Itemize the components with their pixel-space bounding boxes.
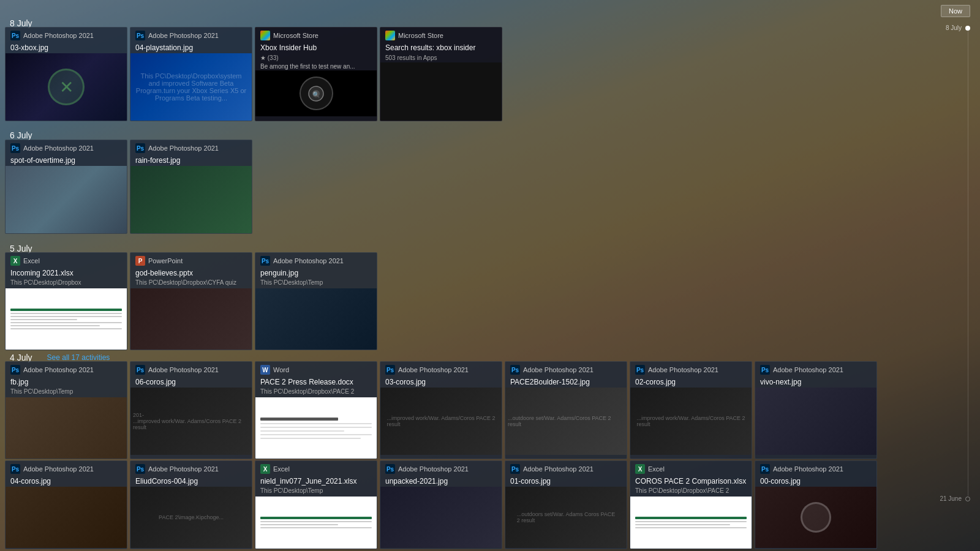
xl-icon: X <box>260 464 270 474</box>
ps-icon: Ps <box>635 365 645 375</box>
card-rain-forest[interactable]: Ps Adobe Photoshop 2021 rain-forest.jpg <box>130 140 252 234</box>
app-name: Adobe Photoshop 2021 <box>148 465 219 473</box>
now-button[interactable]: Now <box>941 5 970 17</box>
app-name: Word <box>273 366 289 373</box>
marker-label-21june: 21 June <box>940 495 962 502</box>
card-04-playstation[interactable]: Ps Adobe Photoshop 2021 04-playstation.j… <box>130 27 252 121</box>
card-title: 00-coros.jpg <box>755 476 876 487</box>
card-path: This PC\Desktop\Temp <box>255 279 377 288</box>
app-name: Adobe Photoshop 2021 <box>273 257 344 264</box>
card-path: This PC\Desktop\Dropbox\PACE 2 <box>630 487 752 497</box>
card-god-believes[interactable]: P PowerPoint god-believes.pptx This PC\D… <box>130 252 252 350</box>
card-preview <box>755 388 876 455</box>
app-name: Adobe Photoshop 2021 <box>773 465 843 473</box>
cards-row-5july: X Excel Incoming 2021.xlsx This PC\Deskt… <box>5 252 377 350</box>
card-header: Microsoft Store <box>255 28 377 42</box>
card-penguin[interactable]: Ps Adobe Photoshop 2021 penguin.jpg This… <box>255 252 377 350</box>
app-name: Excel <box>648 465 665 473</box>
app-name: Adobe Photoshop 2021 <box>23 465 94 473</box>
card-preview <box>255 288 377 350</box>
see-all-link[interactable]: See all 17 activities <box>47 353 110 362</box>
card-title: 04-coros.jpg <box>6 476 127 487</box>
card-xbox-insider-hub[interactable]: Microsoft Store Xbox Insider Hub ★ (33) … <box>255 27 377 121</box>
card-preview <box>6 288 127 350</box>
card-title: penguin.jpg <box>255 268 377 279</box>
card-title: 06-coros.jpg <box>130 377 252 388</box>
card-preview <box>380 487 502 548</box>
card-header: Ps Adobe Photoshop 2021 <box>130 461 252 476</box>
app-name: Adobe Photoshop 2021 <box>23 144 94 152</box>
app-name: Adobe Photoshop 2021 <box>148 32 219 39</box>
card-coros-pace2-comparison[interactable]: X Excel COROS PACE 2 Comparison.xlsx Thi… <box>630 460 752 549</box>
card-vivo-next[interactable]: Ps Adobe Photoshop 2021 vivo-next.jpg <box>755 361 877 459</box>
card-path: This PC\Desktop\Dropbox\CYFA quiz <box>130 279 252 288</box>
ps-icon: Ps <box>510 464 520 474</box>
scrollbar-track <box>968 31 968 496</box>
card-header: Ps Adobe Photoshop 2021 <box>755 362 876 377</box>
ps-icon: Ps <box>135 365 145 375</box>
card-preview <box>130 288 252 350</box>
card-preview: ...outdoors set/War. Adams Coros PACE2 r… <box>505 487 627 548</box>
card-header: Ps Adobe Photoshop 2021 <box>255 253 377 268</box>
card-header: W Word <box>255 362 377 377</box>
card-header: Ps Adobe Photoshop 2021 <box>6 362 127 377</box>
card-preview <box>6 487 127 548</box>
card-pace2boulder[interactable]: Ps Adobe Photoshop 2021 PACE2Boulder-150… <box>505 361 627 459</box>
card-header: Ps Adobe Photoshop 2021 <box>630 362 752 377</box>
ps-icon: Ps <box>10 143 20 153</box>
card-title: vivo-next.jpg <box>755 377 876 388</box>
card-03-coros[interactable]: Ps Adobe Photoshop 2021 03-coros.jpg ...… <box>380 361 502 459</box>
card-search-xbox[interactable]: Microsoft Store Search results: xbox ins… <box>380 27 502 121</box>
xl-icon: X <box>10 256 20 266</box>
ps-icon: Ps <box>510 365 520 375</box>
card-preview <box>630 497 752 549</box>
card-preview <box>255 397 377 459</box>
card-00-coros[interactable]: Ps Adobe Photoshop 2021 00-coros.jpg <box>755 460 877 549</box>
app-name: Adobe Photoshop 2021 <box>648 366 718 373</box>
ps-icon: Ps <box>10 365 20 375</box>
marker-dot-inactive <box>965 497 970 501</box>
card-preview <box>755 487 876 548</box>
card-title: PACE2Boulder-1502.jpg <box>505 377 627 388</box>
card-path: This PC\Desktop\Temp <box>6 388 127 397</box>
card-spot-of-overtime[interactable]: Ps Adobe Photoshop 2021 spot-of-overtime… <box>5 140 127 234</box>
card-title: god-believes.pptx <box>130 268 252 279</box>
card-fb[interactable]: Ps Adobe Photoshop 2021 fb.jpg This PC\D… <box>5 361 127 459</box>
card-preview: ...outdoore set/War. Adams/Coros PACE 2 … <box>505 388 627 455</box>
card-02-coros[interactable]: Ps Adobe Photoshop 2021 02-coros.jpg ...… <box>630 361 752 459</box>
card-preview: This PC\Desktop\Dropbox\system and impro… <box>130 53 252 121</box>
timeline-view: Now 8 July Ps Adobe Photoshop 2021 03-xb… <box>0 0 980 551</box>
card-path: This PC\Desktop\Dropbox <box>6 279 127 288</box>
card-03-xbox[interactable]: Ps Adobe Photoshop 2021 03-xbox.jpg ✕ <box>5 27 127 121</box>
app-name: Adobe Photoshop 2021 <box>23 32 94 39</box>
card-unpacked-2021[interactable]: Ps Adobe Photoshop 2021 unpacked-2021.jp… <box>380 460 502 549</box>
card-preview <box>255 497 377 549</box>
card-header: Ps Adobe Photoshop 2021 <box>380 362 502 377</box>
card-nield-inv[interactable]: X Excel nield_inv077_June_2021.xlsx This… <box>255 460 377 549</box>
card-preview: ...improved work/War. Adams/Coros PACE 2… <box>380 388 502 455</box>
card-preview: 201-...improved work/War. Adams/Coros PA… <box>130 388 252 455</box>
card-01-coros[interactable]: Ps Adobe Photoshop 2021 01-coros.jpg ...… <box>505 460 627 549</box>
card-header: X Excel <box>6 253 127 268</box>
card-title: PACE 2 Press Release.docx <box>255 377 377 388</box>
card-pace2-press[interactable]: W Word PACE 2 Press Release.docx This PC… <box>255 361 377 459</box>
card-06-coros[interactable]: Ps Adobe Photoshop 2021 06-coros.jpg 201… <box>130 361 252 459</box>
card-title: rain-forest.jpg <box>130 155 252 166</box>
card-preview: 🔍 <box>255 70 377 116</box>
cards-row-4july-2: Ps Adobe Photoshop 2021 04-coros.jpg Ps … <box>5 460 877 549</box>
ps-icon: Ps <box>385 365 395 375</box>
card-incoming-2021[interactable]: X Excel Incoming 2021.xlsx This PC\Deskt… <box>5 252 127 350</box>
card-header: Ps Adobe Photoshop 2021 <box>6 461 127 476</box>
card-preview <box>6 397 127 459</box>
card-header: P PowerPoint <box>130 253 252 268</box>
svg-text:🔍: 🔍 <box>312 91 320 99</box>
app-name: Adobe Photoshop 2021 <box>773 366 843 373</box>
card-header: Ps Adobe Photoshop 2021 <box>130 140 252 155</box>
card-preview <box>130 166 252 233</box>
timeline-marker-21june: 21 June <box>940 495 970 502</box>
ps-icon: Ps <box>10 464 20 474</box>
card-eliud-coros[interactable]: Ps Adobe Photoshop 2021 EliudCoros-004.j… <box>130 460 252 549</box>
app-name: Adobe Photoshop 2021 <box>398 465 469 473</box>
card-title: EliudCoros-004.jpg <box>130 476 252 487</box>
card-04-coros[interactable]: Ps Adobe Photoshop 2021 04-coros.jpg <box>5 460 127 549</box>
